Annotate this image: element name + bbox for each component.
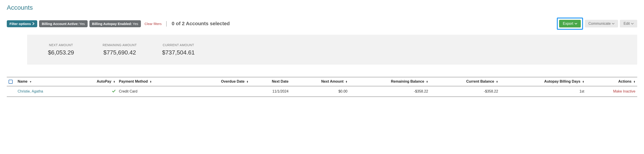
col-payment-method[interactable]: Payment Method ▲▼ <box>117 77 189 86</box>
col-next-date: Next Date <box>250 77 290 86</box>
cell-current-balance: -$358.22 <box>430 86 500 97</box>
summary-value: $775,690.42 <box>95 49 144 56</box>
communicate-label: Communicate <box>588 22 611 26</box>
col-remaining-balance[interactable]: Remaining Balance ▲▼ <box>349 77 430 86</box>
clear-filters-link[interactable]: Clear filters <box>144 22 162 26</box>
cell-next-date: 11/1/2024 <box>250 86 290 97</box>
sort-icon: ▲▼ <box>582 80 584 83</box>
col-autopay-billing-days[interactable]: Autopay Billing Days ▲▼ <box>500 77 586 86</box>
sort-icon: ▲▼ <box>426 80 428 83</box>
sort-icon: ▲▼ <box>346 80 348 83</box>
communicate-button[interactable]: Communicate <box>585 20 618 27</box>
cell-autopay-billing-days: 1st <box>500 86 586 97</box>
chevron-down-icon <box>612 22 614 25</box>
col-label: Next Amount <box>321 79 344 83</box>
col-label: Name <box>18 79 28 83</box>
chevron-down-icon <box>575 22 577 25</box>
export-label: Export <box>563 22 573 26</box>
filter-chip-billing-active[interactable]: Billing Account Active: Yes <box>39 20 88 27</box>
toolbar: Filter options Billing Account Active: Y… <box>7 17 637 30</box>
summary-label: CURRENT AMOUNT <box>154 43 203 47</box>
sort-icon: ▲▼ <box>246 80 248 83</box>
account-name-link[interactable]: Christie, Agatha <box>18 89 43 93</box>
chevron-right-icon <box>32 22 34 26</box>
summary-current-amount: CURRENT AMOUNT $737,504.61 <box>154 43 203 56</box>
col-label: Overdue Date <box>221 79 244 83</box>
sort-icon: ▲▼ <box>150 80 152 83</box>
export-highlight: Export <box>557 17 583 30</box>
summary-label: NEXT AMOUNT <box>36 43 86 47</box>
summary-label: REMAINING AMOUNT <box>95 43 144 47</box>
col-label: AutoPay <box>97 79 111 83</box>
col-overdue-date[interactable]: Overdue Date ▲▼ <box>189 77 250 86</box>
filter-chip-label: Billing Autopay Enabled: <box>92 22 132 26</box>
summary-next-amount: NEXT AMOUNT $6,053.29 <box>36 43 86 56</box>
filter-options-button[interactable]: Filter options <box>7 20 37 27</box>
sort-icon: ▲▼ <box>496 80 498 83</box>
col-label: Actions <box>618 79 632 83</box>
summary-value: $737,504.61 <box>154 49 203 56</box>
edit-button[interactable]: Edit <box>620 20 637 27</box>
cell-payment-method: Credit Card <box>117 86 189 97</box>
edit-label: Edit <box>624 22 630 26</box>
summary-value: $6,053.29 <box>36 49 86 56</box>
chevron-down-icon <box>631 22 634 25</box>
select-all-checkbox[interactable] <box>8 80 13 84</box>
col-next-amount[interactable]: Next Amount ▲▼ <box>290 77 349 86</box>
accounts-table: Name ▼ AutoPay ▲▼ Payment Method ▲▼ Over… <box>7 77 637 97</box>
sort-icon: ▲▼ <box>634 80 636 83</box>
export-button[interactable]: Export <box>559 20 580 27</box>
cell-overdue-date <box>189 86 250 97</box>
filter-chip-autopay-enabled[interactable]: Billing Autopay Enabled: Yes <box>90 20 141 27</box>
filter-options-label: Filter options <box>10 22 31 26</box>
filter-chip-value: Yes <box>79 22 85 26</box>
cell-next-amount: $0.00 <box>290 86 349 97</box>
sort-desc-icon: ▼ <box>29 80 32 83</box>
page-title: Accounts <box>7 0 637 17</box>
filter-chip-value: Yes <box>133 22 138 26</box>
col-label: Payment Method <box>119 79 148 83</box>
cell-remaining-balance: -$358.22 <box>349 86 430 97</box>
col-current-balance[interactable]: Current Balance ▲▼ <box>430 77 500 86</box>
col-label: Next Date <box>272 79 288 83</box>
table-row: Christie, Agatha Credit Card 11/1/2024 $… <box>7 86 637 97</box>
col-label: Autopay Billing Days <box>544 79 580 83</box>
col-label: Current Balance <box>466 79 494 83</box>
selection-count: 0 of 2 Accounts selected <box>172 21 230 27</box>
make-inactive-link[interactable]: Make Inactive <box>613 89 636 93</box>
separator: │ <box>165 21 168 26</box>
filter-chip-label: Billing Account Active: <box>42 22 78 26</box>
col-actions[interactable]: Actions ▲▼ <box>586 77 637 86</box>
check-icon <box>112 89 116 93</box>
col-label: Remaining Balance <box>391 79 424 83</box>
col-name[interactable]: Name ▼ <box>16 77 74 86</box>
col-autopay[interactable]: AutoPay ▲▼ <box>74 77 117 86</box>
sort-icon: ▲▼ <box>113 80 116 83</box>
summary-strip: NEXT AMOUNT $6,053.29 REMAINING AMOUNT $… <box>27 35 637 65</box>
summary-remaining-amount: REMAINING AMOUNT $775,690.42 <box>95 43 144 56</box>
